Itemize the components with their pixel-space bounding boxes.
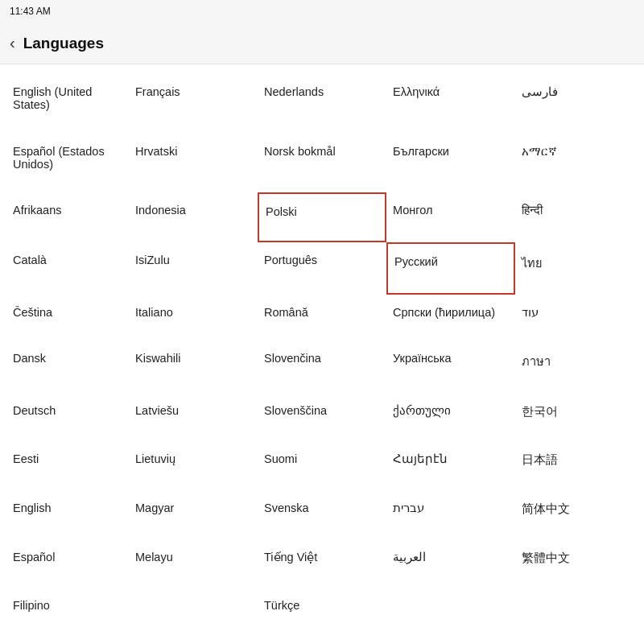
language-item[interactable]: Slovenščina <box>258 393 386 442</box>
language-item[interactable] <box>129 588 258 634</box>
language-item[interactable]: العربية <box>386 539 515 588</box>
language-item[interactable]: Монгол <box>386 192 515 242</box>
back-button[interactable]: ‹ <box>10 34 15 52</box>
language-item[interactable]: Indonesia <box>129 192 258 242</box>
language-item[interactable]: Română <box>258 295 386 341</box>
language-item[interactable]: עוד <box>515 295 644 341</box>
language-item[interactable]: Русский <box>386 242 515 295</box>
language-item[interactable]: Lietuvių <box>129 441 258 490</box>
status-bar: 11:43 AM <box>0 0 644 23</box>
language-item[interactable]: Norsk bokmål <box>258 134 386 193</box>
language-item[interactable]: Nederlands <box>258 74 386 134</box>
language-item[interactable]: Ελληνικά <box>386 74 515 134</box>
language-item[interactable]: Dansk <box>0 341 129 393</box>
language-item[interactable] <box>515 588 644 634</box>
language-item[interactable]: हिन्दी <box>515 192 644 242</box>
status-time: 11:43 AM <box>10 6 51 17</box>
language-item[interactable]: 한국어 <box>515 393 644 442</box>
language-item[interactable]: Polski <box>258 192 386 242</box>
language-item[interactable]: አማርኛ <box>515 134 644 193</box>
language-item[interactable]: Čeština <box>0 295 129 341</box>
language-item[interactable]: Հայերէն <box>386 441 515 490</box>
language-item[interactable]: IsiZulu <box>129 242 258 295</box>
language-item[interactable]: Magyar <box>129 490 258 539</box>
language-item[interactable]: Türkçe <box>258 588 386 634</box>
header: ‹ Languages <box>0 23 644 64</box>
language-item[interactable]: فارسی <box>515 74 644 134</box>
language-item[interactable]: English <box>0 490 129 539</box>
language-item[interactable]: Filipino <box>0 588 129 634</box>
language-item[interactable]: Español <box>0 539 129 588</box>
language-item[interactable]: Slovenčina <box>258 341 386 393</box>
language-item[interactable]: Kiswahili <box>129 341 258 393</box>
language-item[interactable]: Українська <box>386 341 515 393</box>
language-item[interactable]: עברית <box>386 490 515 539</box>
language-item[interactable]: Melayu <box>129 539 258 588</box>
language-item[interactable]: Português <box>258 242 386 295</box>
language-item[interactable]: Suomi <box>258 441 386 490</box>
language-item[interactable]: Italiano <box>129 295 258 341</box>
language-item[interactable]: ไทย <box>515 242 644 295</box>
language-item[interactable]: Français <box>129 74 258 134</box>
language-item[interactable]: Latviešu <box>129 393 258 442</box>
language-item[interactable]: Tiếng Việt <box>258 539 386 588</box>
language-item[interactable]: 简体中文 <box>515 490 644 539</box>
language-item[interactable]: 日本語 <box>515 441 644 490</box>
language-item[interactable]: Svenska <box>258 490 386 539</box>
language-item[interactable]: Српски (ћирилица) <box>386 295 515 341</box>
language-item[interactable] <box>386 588 515 634</box>
language-item[interactable]: ภาษา <box>515 341 644 393</box>
language-item[interactable]: English (United States) <box>0 74 129 134</box>
languages-grid: English (United States)FrançaisNederland… <box>0 64 644 644</box>
language-item[interactable]: Español (Estados Unidos) <box>0 134 129 193</box>
language-item[interactable]: Català <box>0 242 129 295</box>
language-item[interactable]: 繁體中文 <box>515 539 644 588</box>
language-item[interactable]: ქართული <box>386 393 515 442</box>
page-title: Languages <box>23 35 104 52</box>
language-item[interactable]: Afrikaans <box>0 192 129 242</box>
language-item[interactable]: Eesti <box>0 441 129 490</box>
language-item[interactable]: Deutsch <box>0 393 129 442</box>
language-item[interactable]: Hrvatski <box>129 134 258 193</box>
language-item[interactable]: Български <box>386 134 515 193</box>
